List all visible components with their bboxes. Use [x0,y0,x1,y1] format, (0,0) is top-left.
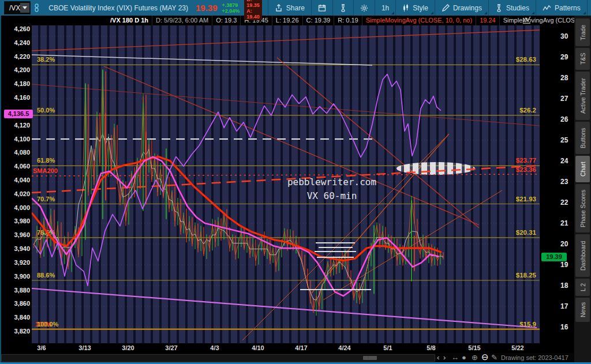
watermark: pebblewriter.com VX 60-min [260,175,404,203]
window-edge-left [0,16,1,362]
scroll-left-icon[interactable]: ‹ [437,353,439,362]
left-axis-tick: 4,180 [1,80,30,87]
right-axis-tick: 27 [560,95,568,103]
right-axis-tick: 19 [560,261,568,269]
draw-pencil-icon[interactable]: ✎ [491,353,498,362]
svg-text:70.7%: 70.7% [37,196,55,202]
right-axis-tick: 29 [560,53,568,61]
svg-text:38.2%: 38.2% [37,56,55,63]
sidebar-tab-trade[interactable]: Trade [575,18,590,46]
zoom-in-icon[interactable]: ⊕ [472,353,478,362]
share-button[interactable]: Share [268,0,311,16]
symbol-selector[interactable]: /VX [4,1,31,14]
svg-text:$23.77: $23.77 [516,157,536,164]
link-icon[interactable] [34,3,39,12]
zoom-out-icon[interactable]: ⊖ [481,352,489,362]
svg-text:100.0%: 100.0% [37,321,59,328]
right-axis-tick: 16 [560,323,568,331]
sidebar-tab-phase-scores[interactable]: Phase Scores [575,184,590,232]
bid-ask: B: 19.35 A: 19.40 [244,0,262,20]
bar-datetime: D: 5/9/23, 6:00 AM [152,16,212,25]
left-axis-tick: 4,260 [1,25,30,32]
candle-icon [402,4,409,12]
chevron-down-icon [23,6,27,9]
price-change: +.3879 +2.04% [222,2,240,14]
toolbar-buttons: Share 1h Style Drawings [268,0,591,16]
chart-plot-area[interactable]: 38.2%$28.6350.0%$26.261.8%$23.7770.7%$21… [32,25,540,343]
sma10-label[interactable]: SimpleMovingAvg (CLOSE, 10, 0, no) [362,16,476,25]
sidebar-tab-t-s[interactable]: T&S [575,48,590,70]
studies-button[interactable]: Studies [488,0,536,16]
symbol-input[interactable]: /VX [5,4,20,12]
calendar-button[interactable] [311,0,332,16]
left-axis-tick: 3,840 [1,314,30,321]
right-axis-tick: 28 [560,74,568,82]
current-price-label: 19.39 [541,253,567,261]
left-axis-tick: 4,220 [1,53,30,60]
left-axis-tick: 4,200 [1,66,30,73]
watermark-line2: VX 60-min [260,189,404,203]
left-price-axis[interactable]: 4,2604,2404,2204,2004,1804,1604,1204,100… [0,25,32,343]
sidebar-tab-active-trader[interactable]: Active Trader [575,72,590,120]
svg-text:$26.2: $26.2 [519,107,536,114]
left-axis-tick: 3,820 [1,328,30,335]
menu-button[interactable] [587,0,591,16]
scrollbar-thumb[interactable] [363,356,377,360]
dot-icon[interactable]: ● [462,353,466,362]
style-button[interactable]: Style [395,0,435,16]
chart-status-bar: /VX 180 D 1h D: 5/9/23, 6:00 AM O: 19.3 … [0,16,591,25]
flask-icon [339,4,347,12]
bar-open: O: 19.3 [212,16,241,25]
left-axis-tick: 4,240 [1,39,30,46]
left-axis-tick: 4,100 [1,136,30,142]
pan-icon[interactable]: ↔ [451,353,459,362]
date-label: 4/24 [338,344,350,351]
zigzag-icon[interactable] [522,16,531,25]
left-axis-tick: 3,920 [1,259,30,266]
change-percent: +2.04% [222,8,240,14]
svg-text:88.6%: 88.6% [37,272,55,279]
sidebar-tab-buttons[interactable]: Buttons [575,122,590,154]
left-axis-tick: 3,900 [1,273,30,280]
drawings-button[interactable]: Drawings [435,0,488,16]
left-axis-highlight-label: 4,136.5 [4,110,33,118]
settings-button[interactable] [353,0,375,16]
left-axis-tick: 3,880 [1,287,30,294]
right-axis-tick: 18 [560,282,568,290]
left-axis-tick: 3,940 [1,245,30,252]
right-axis-tick: 23 [560,178,568,186]
bid-value: B: 19.35 [246,0,260,8]
date-label: 3/27 [165,344,177,351]
sma10-value: 19.24 [476,16,500,25]
svg-text:$21.93: $21.93 [516,196,536,202]
symbol-dropdown-button[interactable] [20,3,29,13]
instrument-title: CBOE Volatility Index (VIX) Futures (MAY… [48,4,188,12]
sidebar-tab-l-2[interactable]: L 2 [575,279,590,296]
svg-text:SMA200: SMA200 [33,167,58,174]
right-axis-tick: 21 [560,219,568,227]
date-label: 4/3 [210,344,219,351]
sidebar-tab-dashboard[interactable]: Dashboard [575,234,590,277]
right-price-axis[interactable]: 302928272625242322212019181716 [540,25,574,343]
left-axis-tick: 4,020 [1,190,30,197]
date-label: 3/13 [78,344,91,351]
timeframe-button[interactable]: 1h [375,0,395,16]
sidebar-tab-chart[interactable]: Chart [575,156,590,182]
share-icon [275,4,283,12]
svg-text:$18.25: $18.25 [516,272,537,279]
svg-text:61.8%: 61.8% [37,157,55,164]
bar-low: L: 19.26 [272,16,303,25]
scroll-right-icon[interactable]: › [443,353,446,362]
drawings-label: Drawings [453,4,482,12]
patterns-button[interactable]: Patterns [536,0,587,16]
sidebar-tab-news[interactable]: News [575,298,590,322]
left-axis-tick: 4,160 [1,94,30,101]
change-value: +.3879 [222,2,240,8]
svg-text:50.0%: 50.0% [37,107,55,114]
quick-study-button[interactable] [332,0,353,16]
date-label: 5/1 [383,344,392,351]
left-axis-tick: 4,060 [1,163,30,170]
right-axis-tick: 22 [560,198,568,207]
svg-text:$23.36: $23.36 [516,166,536,173]
chart-scrollbar[interactable] [1,354,435,362]
